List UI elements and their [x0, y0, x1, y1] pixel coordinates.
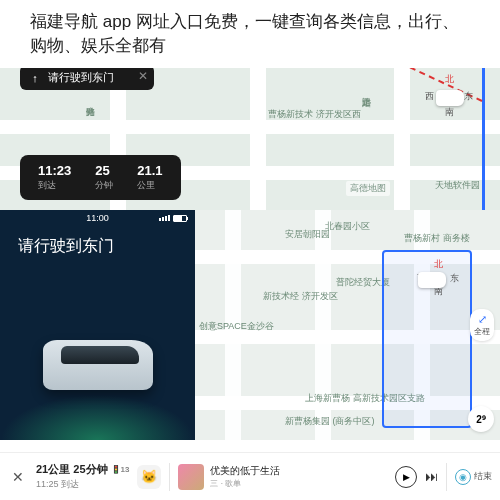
poi-label: 安居朝阳园	[285, 228, 330, 241]
bottom-control-bar: ✕ 21公里 25分钟 🚦13 11:25 到达 🐱 优美的低于生活 三 · 歌…	[0, 452, 500, 500]
car-render-icon	[43, 340, 153, 390]
end-icon: ◉	[455, 469, 471, 485]
poi-label: 新技术经 济开发区	[263, 290, 338, 303]
zoom-level-button[interactable]: 2⁹	[468, 406, 494, 432]
full-route-button[interactable]: ⤢ 全程	[470, 309, 494, 341]
trip-summary[interactable]: 21公里 25分钟 🚦13 11:25 到达	[36, 462, 129, 491]
status-time: 11:00	[86, 213, 109, 223]
music-source: 三 · 歌单	[210, 478, 280, 489]
hud-instruction: 请行驶到东门	[18, 236, 195, 257]
overview-map[interactable]: 安居朝阳园 曹杨新村 商务楼 北春园小区 新技术经 济开发区 普陀经贸大厦 创意…	[195, 210, 500, 440]
vehicle-marker-icon	[436, 90, 464, 106]
close-button[interactable]: ✕	[8, 467, 28, 487]
nav-instruction-pill[interactable]: ↑ 请行驶到东门 ✕	[20, 65, 154, 90]
turn-arrow-icon: ↑	[28, 71, 42, 85]
trip-stats-bar[interactable]: 11:23 到达 25 分钟 21.1 公里	[20, 155, 181, 200]
music-title: 优美的低于生活	[210, 464, 280, 478]
arrival-stat: 11:23 到达	[38, 163, 71, 192]
distance-stat: 21.1 公里	[137, 163, 162, 192]
signal-icon	[159, 215, 170, 221]
poi-label: 天地软件园	[435, 179, 480, 192]
status-bar: 11:00	[0, 210, 195, 226]
music-widget[interactable]: 优美的低于生活 三 · 歌单	[178, 464, 387, 490]
poi-label: 创意SPACE金沙谷	[199, 320, 274, 333]
poi-label: 北春园小区	[325, 220, 370, 233]
vehicle-marker-icon	[418, 272, 446, 288]
poi-label: 曹杨新技术 济开发区西	[268, 108, 361, 121]
battery-icon	[173, 215, 187, 222]
album-art-icon	[178, 464, 204, 490]
traffic-lights-count: 🚦13	[111, 465, 130, 474]
route-icon: ⤢	[474, 313, 490, 326]
vehicle-hud-panel: 11:00 请行驶到东门	[0, 210, 195, 440]
route-line	[482, 60, 485, 210]
play-button[interactable]: ▶	[395, 466, 417, 488]
duration-stat: 25 分钟	[95, 163, 113, 192]
poi-label: 新曹杨集园 (商务中区)	[285, 415, 375, 428]
end-navigation-button[interactable]: ◉ 结束	[455, 469, 492, 485]
page-title: 福建导航 app 网址入口免费，一键查询各类信息，出行、购物、娱乐全都有	[0, 0, 500, 68]
nav-instruction-text: 请行驶到东门	[48, 70, 114, 85]
assistant-icon[interactable]: 🐱	[137, 465, 161, 489]
next-track-button[interactable]: ⏭	[425, 469, 438, 484]
close-icon[interactable]: ✕	[138, 69, 148, 83]
map-provider-logo: 高德地图	[346, 181, 390, 196]
poi-label: 曹杨新村 商务楼	[404, 232, 470, 245]
